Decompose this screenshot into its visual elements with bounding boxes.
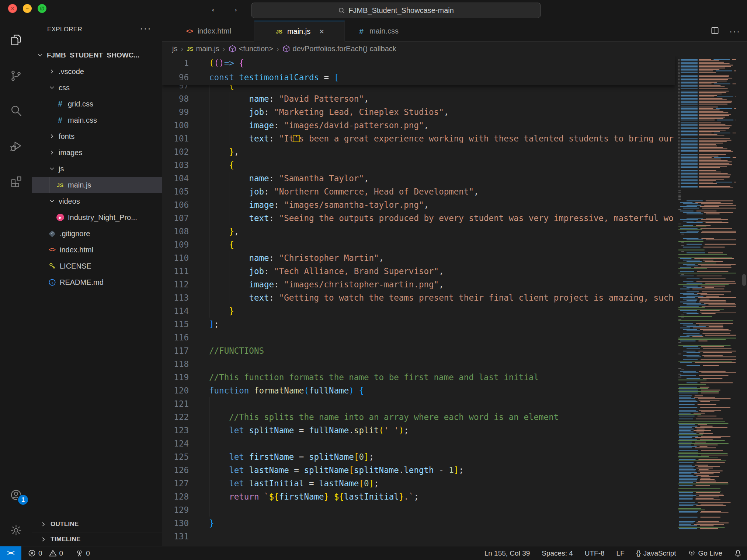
command-center-search[interactable]: FJMB_Student_Showcase-main xyxy=(251,3,541,18)
outline-panel-header[interactable]: OUTLINE xyxy=(32,516,162,532)
breadcrumb-item[interactable]: JSmain.js xyxy=(187,45,219,53)
line-number[interactable]: 125 xyxy=(162,450,189,463)
line-number[interactable]: 113 xyxy=(162,291,189,304)
code-line-124[interactable]: 124 xyxy=(162,437,675,450)
code-line-129[interactable]: 129 xyxy=(162,503,675,517)
tab-main-js[interactable]: JSmain.js× xyxy=(254,21,345,42)
code-line-127[interactable]: 127 let lastInitial = lastName[0]; xyxy=(162,477,675,490)
tree-item-fjmb-student-showc-[interactable]: FJMB_STUDENT_SHOWC... xyxy=(32,47,167,63)
tab-index-html[interactable]: <>index.html xyxy=(162,21,254,42)
code-line-120[interactable]: 120function formatName(fullName) { xyxy=(162,384,675,397)
tree-item-license[interactable]: LICENSE xyxy=(32,258,177,274)
line-number[interactable]: 119 xyxy=(162,371,189,384)
line-number[interactable]: 99 xyxy=(162,105,189,119)
tree-item-fonts[interactable]: fonts xyxy=(32,128,178,144)
tree-item-videos[interactable]: videos xyxy=(32,193,178,209)
code-line-96[interactable]: 96const testimonialCards = [ xyxy=(162,70,675,85)
code-line-122[interactable]: 122 //This splits the name into an array… xyxy=(162,410,675,424)
code-line-109[interactable]: 109 { xyxy=(162,238,675,251)
scrollbar-thumb[interactable] xyxy=(742,274,746,286)
status-ln-155-col-39[interactable]: Ln 155, Col 39 xyxy=(484,549,530,557)
line-number[interactable]: 103 xyxy=(162,158,189,172)
code-viewport[interactable]: 97 {98 name: "David Patterson",99 job: "… xyxy=(162,56,747,546)
line-number[interactable]: 115 xyxy=(162,318,189,331)
line-number[interactable]: 105 xyxy=(162,185,189,198)
activity-source-control-button[interactable] xyxy=(0,64,32,87)
activity-extensions-button[interactable] xyxy=(0,170,32,193)
activity-account-button[interactable]: 1 xyxy=(0,483,32,506)
line-number[interactable]: 100 xyxy=(162,119,189,132)
status-utf-8[interactable]: UTF-8 xyxy=(585,549,605,557)
code-line-121[interactable]: 121 xyxy=(162,397,675,410)
code-line-123[interactable]: 123 let splitName = fullName.split(' '); xyxy=(162,424,675,437)
code-line-131[interactable]: 131 xyxy=(162,530,675,543)
tab-main-css[interactable]: #main.css xyxy=(345,21,411,42)
status-go-live[interactable]: Go Live xyxy=(688,549,722,557)
status-warning[interactable]: 0 xyxy=(49,549,63,557)
line-number[interactable]: 130 xyxy=(162,517,189,530)
activity-search-button[interactable] xyxy=(0,99,32,122)
status-error[interactable]: 0 xyxy=(28,549,42,557)
line-number[interactable]: 110 xyxy=(162,251,189,265)
line-number[interactable]: 111 xyxy=(162,265,189,278)
code-line-108[interactable]: 108 }, xyxy=(162,225,675,238)
line-number[interactable]: 102 xyxy=(162,145,189,158)
code-line-105[interactable]: 105 job: "Northern Commerce, Head of Dev… xyxy=(162,185,675,198)
tree-item-js[interactable]: js xyxy=(32,161,178,177)
tree-item--vscode[interactable]: .vscode xyxy=(32,63,178,80)
code-line-117[interactable]: 117//FUNCTIONS xyxy=(162,344,675,357)
code-line-115[interactable]: 115]; xyxy=(162,318,675,331)
forward-arrow-button[interactable]: → xyxy=(226,3,241,14)
timeline-panel-header[interactable]: TIMELINE xyxy=(32,532,162,546)
tree-item-readme-md[interactable]: README.md xyxy=(32,274,177,290)
line-number[interactable]: 112 xyxy=(162,278,189,291)
line-number[interactable]: 120 xyxy=(162,384,189,397)
line-number[interactable]: 114 xyxy=(162,304,189,318)
explorer-more-actions-icon[interactable]: ··· xyxy=(140,23,152,34)
tree-item-index-html[interactable]: <>index.html xyxy=(32,242,177,258)
line-number[interactable]: 128 xyxy=(162,490,189,503)
code-line-1[interactable]: 1(()=> { xyxy=(162,56,675,70)
code-line-107[interactable]: 107 text: "Seeing the outputs produced b… xyxy=(162,211,675,225)
code-line-118[interactable]: 118 xyxy=(162,357,675,371)
activity-settings-button[interactable] xyxy=(0,519,32,542)
code-line-114[interactable]: 114 } xyxy=(162,304,675,318)
line-number[interactable]: 126 xyxy=(162,463,189,477)
code-line-128[interactable]: 128 return `${firstName} ${lastInitial}.… xyxy=(162,490,675,503)
line-number[interactable]: 96 xyxy=(162,70,189,85)
line-number[interactable]: 127 xyxy=(162,477,189,490)
breadcrumb-item[interactable]: js xyxy=(172,45,177,53)
status-javascript[interactable]: {}JavaScript xyxy=(636,549,676,557)
activity-explorer-button[interactable] xyxy=(0,28,32,51)
activity-run-debug-button[interactable] xyxy=(0,134,32,157)
breadcrumb-item[interactable]: <function> xyxy=(229,45,273,53)
line-number[interactable]: 98 xyxy=(162,92,189,105)
code-line-111[interactable]: 111 job: "Tech Alliance, Brand Superviso… xyxy=(162,265,675,278)
code-line-116[interactable]: 116 xyxy=(162,331,675,344)
minimap[interactable] xyxy=(675,56,738,546)
tree-item-images[interactable]: images xyxy=(32,144,178,161)
code-line-130[interactable]: 130} xyxy=(162,517,675,530)
line-number[interactable]: 117 xyxy=(162,344,189,357)
line-number[interactable]: 107 xyxy=(162,211,189,225)
back-arrow-button[interactable]: ← xyxy=(208,3,222,14)
line-number[interactable]: 131 xyxy=(162,530,189,543)
code-line-112[interactable]: 112 image: "images/christopher-martin.pn… xyxy=(162,278,675,291)
code-line-125[interactable]: 125 let firstName = splitName[0]; xyxy=(162,450,675,463)
line-number[interactable]: 104 xyxy=(162,172,189,185)
line-number[interactable]: 106 xyxy=(162,198,189,211)
line-number[interactable]: 123 xyxy=(162,424,189,437)
code-line-113[interactable]: 113 text: "Getting to watch the teams pr… xyxy=(162,291,675,304)
code-line-106[interactable]: 106 image: "images/samantha-taylor.png", xyxy=(162,198,675,211)
code-line-102[interactable]: 102 }, xyxy=(162,145,675,158)
line-number[interactable]: 108 xyxy=(162,225,189,238)
code-line-99[interactable]: 99 job: "Marketing Lead, Cineplex Studio… xyxy=(162,105,675,119)
line-number[interactable]: 101 xyxy=(162,132,189,145)
line-number[interactable]: 109 xyxy=(162,238,189,251)
status-lf[interactable]: LF xyxy=(616,549,625,557)
line-number[interactable]: 122 xyxy=(162,410,189,424)
status-bell[interactable] xyxy=(734,549,742,557)
line-number[interactable]: 1 xyxy=(162,56,189,70)
sticky-scroll[interactable]: 1(()=> {96const testimonialCards = [ xyxy=(162,56,675,85)
line-number[interactable]: 121 xyxy=(162,397,189,410)
